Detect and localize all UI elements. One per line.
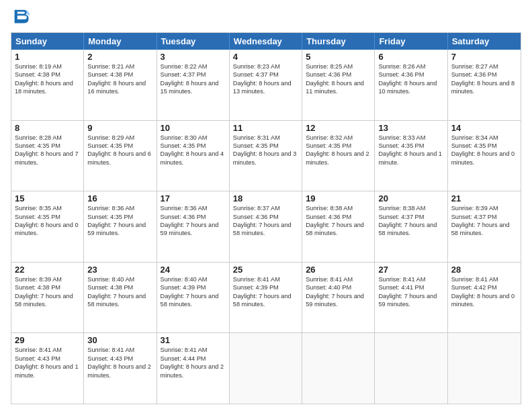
day-number: 6 <box>378 52 443 62</box>
calendar-cell: 15Sunrise: 8:35 AMSunset: 4:35 PMDayligh… <box>11 191 84 262</box>
calendar-cell: 2Sunrise: 8:21 AMSunset: 4:38 PMDaylight… <box>84 50 157 120</box>
sunrise: Sunrise: 8:41 AM <box>233 275 298 283</box>
header-day-wednesday: Wednesday <box>230 33 302 50</box>
daylight: Daylight: 7 hours and 59 minutes. <box>306 292 371 309</box>
sunrise: Sunrise: 8:41 AM <box>87 346 152 354</box>
sunrise: Sunrise: 8:21 AM <box>87 62 152 71</box>
sunset: Sunset: 4:35 PM <box>15 142 80 150</box>
calendar-cell: 12Sunrise: 8:32 AMSunset: 4:35 PMDayligh… <box>302 121 375 191</box>
day-number: 31 <box>161 335 226 345</box>
sunrise: Sunrise: 8:36 AM <box>87 204 152 212</box>
sunset: Sunset: 4:37 PM <box>161 71 226 79</box>
day-number: 30 <box>87 335 152 345</box>
daylight: Daylight: 8 hours and 4 minutes. <box>161 150 226 167</box>
calendar-cell: 1Sunrise: 8:19 AMSunset: 4:38 PMDaylight… <box>11 50 84 120</box>
calendar-cell: 25Sunrise: 8:41 AMSunset: 4:39 PMDayligh… <box>230 263 302 333</box>
day-number: 12 <box>306 123 371 133</box>
sunrise: Sunrise: 8:38 AM <box>306 204 371 212</box>
day-number: 29 <box>15 335 80 345</box>
daylight: Daylight: 7 hours and 58 minutes. <box>15 292 80 309</box>
day-number: 1 <box>15 52 80 62</box>
sunrise: Sunrise: 8:25 AM <box>306 62 371 71</box>
sunset: Sunset: 4:35 PM <box>306 142 371 150</box>
day-number: 11 <box>233 123 298 133</box>
sunset: Sunset: 4:35 PM <box>161 142 226 150</box>
calendar-cell: 16Sunrise: 8:36 AMSunset: 4:35 PMDayligh… <box>84 191 157 262</box>
sunrise: Sunrise: 8:32 AM <box>306 134 371 142</box>
sunset: Sunset: 4:39 PM <box>233 283 298 291</box>
calendar-cell: 20Sunrise: 8:38 AMSunset: 4:37 PMDayligh… <box>375 191 447 262</box>
calendar-cell: 21Sunrise: 8:39 AMSunset: 4:37 PMDayligh… <box>448 191 521 262</box>
sunset: Sunset: 4:35 PM <box>87 213 152 221</box>
sunset: Sunset: 4:41 PM <box>378 283 443 291</box>
sunrise: Sunrise: 8:41 AM <box>161 346 226 354</box>
sunrise: Sunrise: 8:29 AM <box>87 134 152 142</box>
calendar-cell: 24Sunrise: 8:40 AMSunset: 4:39 PMDayligh… <box>157 263 230 333</box>
daylight: Daylight: 8 hours and 3 minutes. <box>233 150 298 167</box>
day-number: 10 <box>161 123 226 133</box>
calendar-cell: 14Sunrise: 8:34 AMSunset: 4:35 PMDayligh… <box>448 121 521 191</box>
daylight: Daylight: 8 hours and 0 minutes. <box>451 292 517 309</box>
sunrise: Sunrise: 8:41 AM <box>306 275 371 283</box>
daylight: Daylight: 8 hours and 13 minutes. <box>233 79 298 96</box>
sunrise: Sunrise: 8:26 AM <box>378 62 443 71</box>
page: SundayMondayTuesdayWednesdayThursdayFrid… <box>0 0 532 411</box>
calendar-row: 22Sunrise: 8:39 AMSunset: 4:38 PMDayligh… <box>11 262 521 333</box>
sunrise: Sunrise: 8:34 AM <box>451 134 517 142</box>
sunrise: Sunrise: 8:28 AM <box>15 134 80 142</box>
sunset: Sunset: 4:37 PM <box>451 213 517 221</box>
calendar-cell: 29Sunrise: 8:41 AMSunset: 4:43 PMDayligh… <box>11 333 84 404</box>
day-number: 24 <box>161 265 226 275</box>
calendar-cell: 23Sunrise: 8:40 AMSunset: 4:38 PMDayligh… <box>84 263 157 333</box>
sunset: Sunset: 4:36 PM <box>378 71 443 79</box>
daylight: Daylight: 8 hours and 0 minutes. <box>451 150 517 167</box>
daylight: Daylight: 7 hours and 58 minutes. <box>233 221 298 238</box>
sunset: Sunset: 4:40 PM <box>306 283 371 291</box>
daylight: Daylight: 8 hours and 1 minute. <box>378 150 443 167</box>
sunset: Sunset: 4:37 PM <box>233 71 298 79</box>
daylight: Daylight: 8 hours and 16 minutes. <box>87 79 152 96</box>
daylight: Daylight: 8 hours and 7 minutes. <box>15 150 80 167</box>
sunrise: Sunrise: 8:31 AM <box>233 134 298 142</box>
calendar-body: 1Sunrise: 8:19 AMSunset: 4:38 PMDaylight… <box>11 50 521 404</box>
sunrise: Sunrise: 8:27 AM <box>451 62 517 71</box>
calendar-cell <box>302 333 375 404</box>
daylight: Daylight: 7 hours and 59 minutes. <box>161 221 226 238</box>
sunset: Sunset: 4:37 PM <box>378 213 443 221</box>
sunset: Sunset: 4:44 PM <box>161 355 226 363</box>
calendar-cell: 31Sunrise: 8:41 AMSunset: 4:44 PMDayligh… <box>157 333 230 404</box>
daylight: Daylight: 8 hours and 10 minutes. <box>378 79 443 96</box>
header-day-tuesday: Tuesday <box>157 33 230 50</box>
daylight: Daylight: 7 hours and 58 minutes. <box>233 292 298 309</box>
sunset: Sunset: 4:35 PM <box>87 142 152 150</box>
daylight: Daylight: 8 hours and 15 minutes. <box>161 79 226 96</box>
sunset: Sunset: 4:38 PM <box>87 71 152 79</box>
day-number: 8 <box>15 123 80 133</box>
daylight: Daylight: 7 hours and 59 minutes. <box>87 221 152 238</box>
day-number: 26 <box>306 265 371 275</box>
sunrise: Sunrise: 8:41 AM <box>15 346 80 354</box>
sunrise: Sunrise: 8:30 AM <box>161 134 226 142</box>
daylight: Daylight: 7 hours and 58 minutes. <box>378 221 443 238</box>
sunset: Sunset: 4:35 PM <box>378 142 443 150</box>
calendar-cell <box>230 333 302 404</box>
sunrise: Sunrise: 8:39 AM <box>15 275 80 283</box>
header-day-monday: Monday <box>84 33 157 50</box>
daylight: Daylight: 8 hours and 6 minutes. <box>87 150 152 167</box>
calendar-cell: 18Sunrise: 8:37 AMSunset: 4:36 PMDayligh… <box>230 191 302 262</box>
calendar: SundayMondayTuesdayWednesdayThursdayFrid… <box>11 32 521 404</box>
sunrise: Sunrise: 8:40 AM <box>87 275 152 283</box>
calendar-cell: 17Sunrise: 8:36 AMSunset: 4:36 PMDayligh… <box>157 191 230 262</box>
daylight: Daylight: 7 hours and 59 minutes. <box>378 292 443 309</box>
daylight: Daylight: 7 hours and 58 minutes. <box>306 221 371 238</box>
sunset: Sunset: 4:43 PM <box>15 355 80 363</box>
sunset: Sunset: 4:43 PM <box>87 355 152 363</box>
calendar-cell: 11Sunrise: 8:31 AMSunset: 4:35 PMDayligh… <box>230 121 302 191</box>
logo <box>11 8 32 27</box>
sunrise: Sunrise: 8:35 AM <box>15 204 80 212</box>
daylight: Daylight: 7 hours and 58 minutes. <box>451 221 517 238</box>
sunrise: Sunrise: 8:19 AM <box>15 62 80 71</box>
header <box>11 8 521 27</box>
sunrise: Sunrise: 8:38 AM <box>378 204 443 212</box>
day-number: 15 <box>15 193 80 203</box>
